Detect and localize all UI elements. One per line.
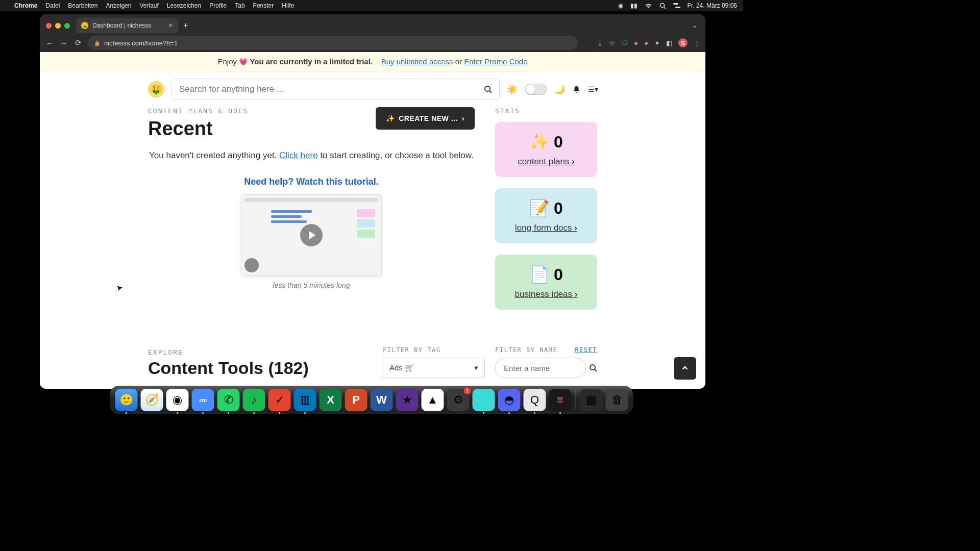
stat-label-link[interactable]: content plans: [518, 157, 575, 167]
recent-heading: Recent: [148, 118, 249, 140]
menu-tab[interactable]: Tab: [235, 2, 244, 9]
extension-2-icon[interactable]: ●: [634, 39, 638, 47]
dock-trash[interactable]: 🗑: [606, 389, 628, 411]
reset-filter-link[interactable]: Reset: [575, 346, 597, 354]
search-box[interactable]: [172, 79, 500, 100]
dock-zoom[interactable]: zm: [192, 389, 214, 411]
back-button[interactable]: ←: [45, 39, 54, 47]
dock-spotify[interactable]: ♪: [243, 389, 265, 411]
dock-voice-memos[interactable]: ≡: [549, 389, 572, 411]
wifi-icon[interactable]: [645, 3, 652, 9]
menu-profiles[interactable]: Profile: [209, 2, 227, 9]
profile-avatar[interactable]: S: [678, 38, 688, 47]
menu-help[interactable]: Hilfe: [282, 2, 294, 9]
heart-icon: 💗: [239, 58, 248, 66]
stat-long-form-docs[interactable]: 📝0 long form docs: [495, 188, 597, 243]
dock-word[interactable]: W: [371, 389, 393, 411]
doc-icon: 📄: [529, 265, 550, 284]
sidepanel-icon[interactable]: ◧: [666, 39, 672, 47]
favicon: 🤑: [81, 22, 88, 29]
forward-button[interactable]: →: [59, 39, 68, 47]
svg-line-1: [664, 7, 666, 9]
maximize-window[interactable]: [64, 23, 70, 29]
dock-safari[interactable]: 🧭: [141, 389, 163, 411]
scroll-top-button[interactable]: [674, 357, 696, 380]
dock-app-teal[interactable]: [473, 389, 495, 411]
buy-access-link[interactable]: Buy unlimited access: [381, 57, 453, 66]
kebab-menu-icon[interactable]: ⋮: [694, 39, 700, 47]
traffic-lights[interactable]: [46, 23, 70, 29]
stat-business-ideas[interactable]: 📄0 business ideas: [495, 255, 597, 310]
extension-shield-icon[interactable]: 🛡: [621, 39, 628, 47]
svg-point-6: [590, 365, 595, 370]
tutorial-link[interactable]: Need help? Watch this tutorial.: [244, 177, 378, 187]
dock-trello[interactable]: ▥: [294, 389, 316, 411]
search-icon[interactable]: [484, 85, 492, 93]
stat-content-plans[interactable]: ✨0 content plans: [495, 122, 597, 177]
close-tab-icon[interactable]: ✕: [168, 22, 173, 29]
dock-discord[interactable]: ◓: [498, 389, 521, 411]
menu-file[interactable]: Datei: [45, 2, 60, 9]
banner-prefix: Enjoy: [218, 57, 239, 66]
click-here-link[interactable]: Click here: [279, 151, 318, 160]
extensions-puzzle-icon[interactable]: ✦: [654, 39, 660, 47]
app-topbar: 🤑 ☀️ 🌙 ☰ ▾: [148, 71, 597, 107]
control-center-icon[interactable]: [673, 3, 680, 9]
spotlight-icon[interactable]: [659, 3, 666, 9]
bookmark-star-icon[interactable]: ☆: [609, 39, 615, 47]
dock-chrome[interactable]: ◉: [166, 389, 189, 411]
minimize-window[interactable]: [55, 23, 61, 29]
filter-tag-label: FILTER BY TAG: [383, 346, 485, 354]
dock-todoist[interactable]: ✓: [268, 389, 291, 411]
notifications-bell-icon[interactable]: [572, 85, 581, 94]
address-bar: ← → ⟳ 🔒 nichesss.com/home?ft=1 ⤓ ☆ 🛡 ● ●…: [40, 34, 705, 52]
dock-whatsapp[interactable]: ✆: [217, 389, 240, 411]
create-new-button[interactable]: ✨ CREATE NEW ... ›: [376, 107, 475, 130]
explore-row: EXPLORE Content Tools (182) FILTER BY TA…: [148, 346, 597, 378]
svg-line-5: [489, 91, 492, 93]
play-icon[interactable]: [300, 224, 323, 246]
dock-folder[interactable]: ▦: [580, 389, 603, 411]
filter-tag-select[interactable]: Ads 🛒 ▾: [383, 358, 485, 378]
sparkle-icon: ✨: [529, 132, 550, 152]
close-window[interactable]: [46, 23, 52, 29]
record-icon[interactable]: ◉: [618, 2, 623, 9]
filter-name-input[interactable]: [495, 358, 586, 378]
clock[interactable]: Fr. 24. März 09:06: [688, 2, 737, 9]
menu-history[interactable]: Verlauf: [139, 2, 158, 9]
search-icon[interactable]: [589, 364, 597, 372]
dock: 🙂 🧭 ◉ zm ✆ ♪ ✓ ▥ X P W ★ ▲ ⚙1 ◓ Q ≡ ▦ 🗑: [110, 386, 633, 414]
app-name[interactable]: Chrome: [14, 2, 37, 9]
dock-imovie[interactable]: ★: [396, 389, 419, 411]
menu-view[interactable]: Anzeigen: [106, 2, 131, 9]
theme-toggle[interactable]: [525, 84, 547, 95]
new-tab-button[interactable]: +: [183, 21, 188, 30]
dock-quicktime[interactable]: Q: [524, 389, 546, 411]
topbar-actions: ☀️ 🌙 ☰ ▾: [507, 84, 597, 95]
stat-label-link[interactable]: business ideas: [515, 289, 578, 299]
install-icon[interactable]: ⤓: [597, 39, 603, 47]
url-field[interactable]: 🔒 nichesss.com/home?ft=1: [88, 36, 578, 50]
sparkle-icon: ✨: [386, 114, 395, 122]
app-logo[interactable]: 🤑: [148, 81, 164, 97]
battery-icon[interactable]: ▮▮: [630, 2, 638, 9]
hamburger-menu-icon[interactable]: ☰ ▾: [588, 85, 597, 93]
promo-code-link[interactable]: Enter Promo Code: [464, 57, 527, 66]
tabs-dropdown-icon[interactable]: ⌄: [692, 22, 701, 29]
extension-3-icon[interactable]: ●: [644, 39, 648, 47]
dock-excel[interactable]: X: [320, 389, 342, 411]
dock-powerpoint[interactable]: P: [345, 389, 368, 411]
dock-settings[interactable]: ⚙1: [447, 389, 470, 411]
browser-tab[interactable]: 🤑 Dashboard | nichesss ✕: [76, 18, 178, 33]
stat-label-link[interactable]: long form docs: [515, 223, 577, 233]
lock-icon: 🔒: [94, 40, 100, 46]
section-eyebrow: CONTENT PLANS & DOCS: [148, 107, 249, 115]
reload-button[interactable]: ⟳: [74, 38, 83, 47]
menu-bookmarks[interactable]: Lesezeichen: [167, 2, 201, 9]
dock-drive[interactable]: ▲: [422, 389, 444, 411]
tutorial-video-thumb[interactable]: [241, 194, 382, 276]
search-input[interactable]: [179, 84, 484, 94]
dock-finder[interactable]: 🙂: [115, 389, 138, 411]
menu-window[interactable]: Fenster: [253, 2, 274, 9]
menu-edit[interactable]: Bearbeiten: [68, 2, 97, 9]
